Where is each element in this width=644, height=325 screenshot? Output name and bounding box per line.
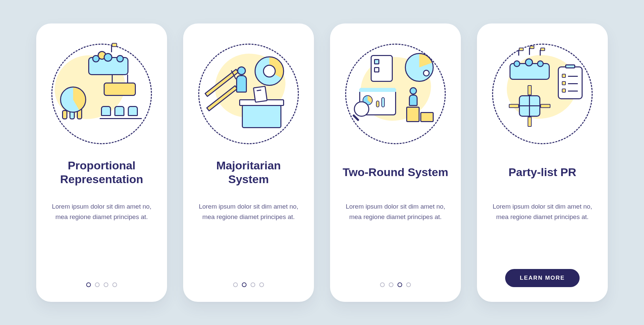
dot <box>389 282 393 287</box>
majoritarian-system-icon <box>198 44 299 144</box>
card-title: Proportional Representation <box>48 158 156 186</box>
card-title: Party-list PR <box>508 158 576 186</box>
two-round-system-icon <box>345 44 446 144</box>
dot <box>406 282 411 287</box>
page-indicator <box>86 282 117 287</box>
dot <box>259 282 264 287</box>
onboarding-row: Proportional Representation Lorem ipsum … <box>36 23 608 302</box>
dot <box>233 282 238 287</box>
proportional-representation-icon <box>51 44 152 144</box>
dot-active <box>242 282 247 287</box>
onboarding-card-4: Party-list PR Lorem ipsum dolor sit dim … <box>477 23 608 302</box>
card-title: Two-Round System <box>343 158 448 186</box>
card-body: Lorem ipsum dolor sit dim amet no, mea r… <box>345 201 446 222</box>
dot <box>380 282 385 287</box>
party-list-pr-icon <box>492 44 593 144</box>
dot <box>112 282 117 287</box>
onboarding-card-2: Majoritarian System Lorem ipsum dolor si… <box>183 23 314 302</box>
dot <box>95 282 100 287</box>
card-body: Lorem ipsum dolor sit dim amet no, mea r… <box>198 201 299 222</box>
page-indicator <box>233 282 264 287</box>
onboarding-card-1: Proportional Representation Lorem ipsum … <box>36 23 167 302</box>
learn-more-button[interactable]: LEARN MORE <box>505 269 580 287</box>
onboarding-card-3: Two-Round System Lorem ipsum dolor sit d… <box>330 23 461 302</box>
card-body: Lorem ipsum dolor sit dim amet no, mea r… <box>492 201 593 222</box>
dot-active <box>397 282 402 287</box>
dot <box>251 282 255 287</box>
card-body: Lorem ipsum dolor sit dim amet no, mea r… <box>51 201 152 222</box>
dot <box>104 282 108 287</box>
dot-active <box>86 282 91 287</box>
page-indicator <box>380 282 411 287</box>
card-title: Majoritarian System <box>195 158 303 186</box>
